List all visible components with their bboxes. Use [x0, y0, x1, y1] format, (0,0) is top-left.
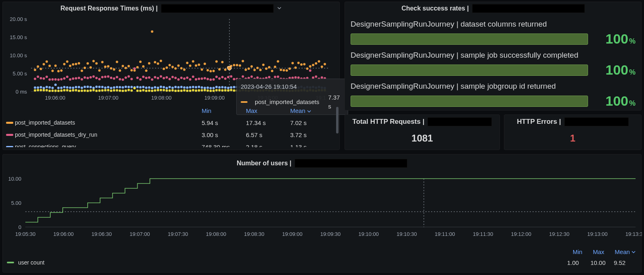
check-pct: 100%	[595, 31, 636, 47]
panel-header[interactable]: Request Response Times (ms) |	[3, 2, 339, 15]
legend-row[interactable]: user count 1.00 10.00 9.52	[7, 257, 637, 268]
legend-row[interactable]: post_imported_datasets_dry_run3.00 s6.57…	[6, 129, 338, 141]
svg-point-240	[92, 87, 95, 89]
svg-point-386	[227, 89, 229, 92]
svg-point-173	[189, 78, 191, 81]
users-chart[interactable]: 05.0010.0019:05:3019:06:0019:06:3019:07:…	[3, 173, 642, 246]
svg-text:19:06:30: 19:06:30	[91, 231, 112, 237]
legend-swatch	[6, 134, 13, 136]
svg-point-408	[291, 90, 294, 92]
col-max[interactable]: Max	[246, 107, 290, 114]
svg-point-53	[130, 69, 133, 71]
svg-point-217	[318, 77, 320, 80]
svg-point-65	[165, 67, 168, 69]
svg-point-346	[110, 90, 112, 92]
svg-point-205	[283, 78, 285, 80]
svg-point-365	[165, 89, 168, 92]
check-bar[interactable]	[351, 96, 588, 107]
svg-point-29	[60, 69, 62, 72]
svg-point-172	[186, 77, 188, 79]
svg-point-49	[119, 69, 121, 72]
check-item: DesignerSamplingRunJourney | sample jobg…	[351, 82, 636, 109]
svg-point-193	[248, 77, 250, 79]
svg-point-306	[285, 87, 288, 89]
svg-point-300	[268, 87, 270, 89]
svg-point-336	[80, 90, 83, 92]
svg-point-358	[145, 90, 147, 92]
svg-point-94	[250, 65, 253, 68]
svg-point-22	[40, 68, 42, 70]
svg-point-353	[130, 90, 133, 92]
svg-point-174	[192, 75, 194, 78]
svg-point-44	[104, 65, 107, 68]
svg-point-180	[209, 78, 212, 81]
svg-point-239	[89, 86, 92, 88]
svg-point-342	[98, 90, 101, 92]
svg-point-77	[201, 69, 203, 71]
svg-point-73	[189, 65, 191, 67]
svg-point-257	[142, 86, 144, 88]
svg-point-176	[198, 78, 200, 80]
svg-point-207	[289, 77, 291, 79]
svg-point-396	[256, 90, 259, 92]
svg-text:19:09:00: 19:09:00	[282, 231, 303, 237]
chevron-down-icon[interactable]	[277, 5, 282, 12]
check-bar[interactable]	[351, 65, 588, 76]
svg-point-57	[142, 65, 144, 68]
col-mean[interactable]: Mean	[290, 107, 334, 114]
col-max[interactable]: Max	[593, 248, 604, 255]
svg-point-245	[107, 86, 109, 88]
svg-point-84	[221, 61, 223, 63]
svg-point-51	[124, 67, 127, 69]
svg-point-367	[171, 89, 174, 92]
svg-point-60	[151, 30, 153, 33]
svg-point-70	[180, 67, 183, 69]
svg-point-380	[209, 90, 212, 92]
svg-point-192	[245, 77, 247, 80]
svg-point-285	[224, 86, 227, 89]
svg-point-128	[57, 78, 60, 81]
svg-point-402	[274, 89, 276, 92]
svg-point-191	[242, 75, 244, 78]
svg-point-118	[321, 65, 323, 68]
svg-point-417	[318, 89, 320, 92]
svg-point-284	[221, 86, 223, 88]
svg-point-393	[248, 90, 250, 92]
svg-point-100	[268, 66, 270, 69]
svg-point-249	[119, 86, 121, 88]
svg-point-160	[151, 78, 153, 81]
svg-point-182	[215, 76, 218, 78]
svg-point-233	[72, 87, 74, 89]
svg-point-169	[177, 78, 180, 81]
check-pct: 100%	[595, 62, 636, 78]
svg-point-304	[280, 86, 282, 89]
svg-point-56	[139, 60, 142, 63]
response-times-chart[interactable]: 0 ms5.00 s10.00 s15.00 s20.00 s19:06:001…	[3, 15, 340, 104]
panel-header[interactable]: Check success rates |	[345, 2, 641, 15]
check-item: DesignerSamplingRunJourney | dataset col…	[351, 20, 636, 47]
svg-point-369	[177, 90, 180, 92]
svg-point-130	[63, 77, 66, 80]
legend-row[interactable]: post_imported_datasets5.94 s17.34 s7.02 …	[6, 117, 338, 129]
svg-point-34	[75, 63, 77, 65]
panel-var-censored	[295, 159, 407, 168]
svg-point-271	[183, 86, 186, 89]
panel-title: Request Response Times (ms) |	[60, 5, 158, 12]
svg-point-88	[233, 64, 235, 67]
panel-header[interactable]: Number of users |	[3, 154, 641, 172]
svg-point-377	[201, 89, 203, 92]
svg-point-375	[195, 90, 197, 92]
col-min[interactable]: Min	[573, 248, 582, 255]
panel-header[interactable]: HTTP Errors |	[504, 115, 641, 129]
svg-text:19:10:30: 19:10:30	[396, 231, 417, 237]
svg-text:19:12:30: 19:12:30	[549, 231, 570, 237]
panel-header[interactable]: Total HTTP Requests |	[345, 115, 500, 129]
check-bar[interactable]	[351, 33, 588, 45]
svg-point-124	[45, 76, 48, 78]
svg-point-403	[277, 89, 279, 92]
legend-row[interactable]: post_connections_query748.30 ms2.18 s1.1…	[6, 141, 338, 147]
col-mean[interactable]: Mean	[615, 248, 636, 255]
col-min[interactable]: Min	[202, 107, 246, 114]
svg-point-277	[201, 86, 203, 89]
svg-point-161	[154, 76, 156, 79]
